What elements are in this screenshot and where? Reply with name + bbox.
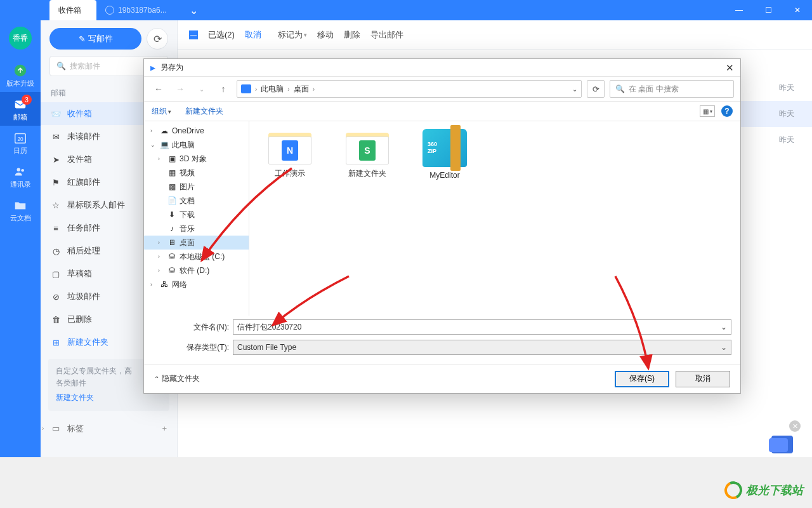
chevron-right-icon: › [313,86,315,93]
maximize-button[interactable]: ☐ [754,0,783,20]
delete-button[interactable]: 删除 [344,29,360,41]
tree-item-图片[interactable]: ▩图片 [144,180,249,194]
zip-icon: 360ZIP [422,129,467,167]
tree-item-文档[interactable]: 📄文档 [144,194,249,208]
rail-calendar[interactable]: 20 日历 [0,126,41,159]
move-button[interactable]: 移动 [317,29,334,41]
tree-item-网络[interactable]: ›🖧网络 [144,277,249,291]
filename-value: 信件打包20230720 [237,322,301,333]
chat-bubble-icon[interactable] [771,436,793,453]
tree-item-3D 对象[interactable]: ›▣3D 对象 [144,152,249,166]
organize-button[interactable]: 组织▾ [152,106,171,117]
nav-back-button[interactable]: ← [150,81,167,97]
folder-label: 红旗邮件 [67,177,100,188]
search-placeholder: 在 桌面 中搜索 [629,84,679,95]
list-icon: ≡ [51,224,61,233]
close-button[interactable]: ✕ [783,0,812,20]
tree-item-OneDrive[interactable]: ›☁OneDrive [144,124,249,138]
expand-icon[interactable]: › [158,156,164,162]
file-item-MyEditor[interactable]: 360ZIPMyEditor [416,129,474,180]
tree-icon: ⬇ [167,210,177,219]
select-all-checkbox[interactable]: — [189,30,198,39]
file-label: 新建文件夹 [348,168,386,179]
chevron-right-icon: › [255,86,257,93]
hint-link[interactable]: 新建文件夹 [56,392,162,404]
hide-folders-button[interactable]: ⌃隐藏文件夹 [154,373,200,384]
add-tag-button[interactable]: + [162,424,167,433]
svg-point-5 [21,169,24,172]
tab-inbox[interactable]: 收件箱 [49,0,96,20]
help-button[interactable]: ? [721,105,733,117]
tree-icon: ⛁ [167,266,177,275]
file-label: MyEditor [429,171,459,180]
type-label: 保存类型(T): [182,342,229,353]
expand-icon[interactable]: ⌄ [150,142,157,148]
type-select[interactable]: Custom File Type [233,340,731,355]
cancel-button[interactable]: 取消 [676,371,730,387]
rail-mail[interactable]: 3 邮箱 [0,92,41,126]
chevron-right-icon: › [287,86,289,93]
icon-rail: 香香 版本升级 3 邮箱 20 日历 通讯录 云文档 [0,20,41,457]
tree-item-视频[interactable]: ▦视频 [144,166,249,180]
tags-row[interactable]: › ▭ 标签 + [41,416,177,441]
file-item-新建文件夹[interactable]: S新建文件夹 [338,129,396,179]
rail-cloud[interactable]: 云文档 [0,193,41,227]
file-item-工作演示[interactable]: N工作演示 [261,129,319,179]
expand-icon[interactable]: › [150,128,157,134]
filename-input[interactable]: 信件打包20230720 [233,319,731,335]
expand-icon[interactable]: › [158,267,164,274]
tree-item-此电脑[interactable]: ⌄💻此电脑 [144,138,249,152]
tree-label: 音乐 [180,224,195,234]
nav-up-button[interactable]: ↑ [215,81,232,97]
view-mode-button[interactable]: ▦▾ [700,105,715,117]
mail-toolbar: — 已选(2) 取消 标记为▾ 移动 删除 导出邮件 [178,20,812,50]
rail-upgrade[interactable]: 版本升级 [0,58,41,92]
minimize-button[interactable]: — [724,0,754,20]
tree-item-桌面[interactable]: ›🖥桌面 [144,236,249,250]
tree-icon: ▦ [167,168,177,177]
path-seg[interactable]: 桌面 [294,84,309,95]
clock-icon: ◷ [51,246,61,256]
compose-button[interactable]: ✎ 写邮件 [49,28,141,50]
dialog-title-bar: ▸ 另存为 ✕ [144,59,740,77]
hint-line: 各类邮件 [56,378,86,387]
tree-item-本地磁盘 (C:)[interactable]: ›⛁本地磁盘 (C:) [144,250,249,264]
tree-icon: ⛁ [167,252,177,261]
tab-secondary[interactable]: 19b3187ba6... [96,0,182,20]
folder-label: 未读邮件 [67,131,100,142]
refresh-icon: ⟳ [154,33,162,45]
export-button[interactable]: 导出邮件 [370,29,403,41]
nav-forward-button[interactable]: → [172,81,188,97]
path-bar[interactable]: › 此电脑 › 桌面 › ⌄ [237,80,582,98]
new-folder-button[interactable]: 新建文件夹 [185,106,223,117]
avatar[interactable]: 香香 [9,27,32,50]
chevron-down-icon: ▾ [168,109,171,115]
nav-recent-button[interactable]: ⌄ [193,81,210,97]
path-dropdown[interactable]: ⌄ [572,86,577,93]
tree-item-音乐[interactable]: ♪音乐 [144,222,249,236]
tree-icon: 💻 [159,140,169,149]
folder-label: 新建文件夹 [67,337,108,348]
tab-add-button[interactable]: ⌄ [186,3,202,17]
tree-label: 软件 (D:) [180,265,209,276]
tree-item-软件 (D:)[interactable]: ›⛁软件 (D:) [144,264,249,277]
mark-as-button[interactable]: 标记为▾ [278,29,307,41]
chevron-down-icon: ▾ [304,32,307,38]
tree-icon: ☁ [159,126,169,135]
rail-contacts[interactable]: 通讯录 [0,159,41,193]
dialog-close-button[interactable]: ✕ [726,62,734,74]
tree-label: 本地磁盘 (C:) [180,251,225,262]
nav-search-input[interactable]: 🔍 在 桌面 中搜索 [610,80,734,98]
refresh-button[interactable]: ⟳ [147,28,168,50]
tree-item-下载[interactable]: ⬇下载 [144,208,249,222]
tree-label: 视频 [180,168,195,178]
file-label: 工作演示 [275,168,305,179]
expand-icon[interactable]: › [150,281,157,288]
cancel-select-button[interactable]: 取消 [245,29,261,41]
nav-refresh-button[interactable]: ⟳ [587,80,605,98]
path-seg[interactable]: 此电脑 [261,84,284,95]
save-button[interactable]: 保存(S) [615,371,669,387]
expand-icon[interactable]: › [158,239,164,246]
close-bubble-icon[interactable]: ✕ [789,420,801,432]
expand-icon[interactable]: › [158,253,164,260]
